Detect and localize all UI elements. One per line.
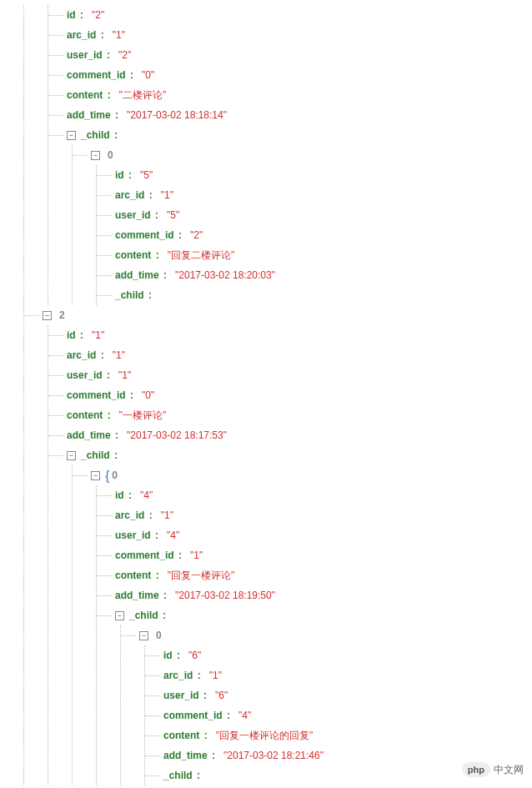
json-value: "1" <box>161 509 173 521</box>
tree-children: −0id :"5"arc_id :"1"user_id :"5"comment_… <box>72 145 532 305</box>
tree-children: id :"2"arc_id :"1"user_id :"2"comment_id… <box>48 5 532 305</box>
json-key: user_id <box>115 530 151 541</box>
json-value: "回复一楼评论的回复" <box>216 730 314 741</box>
json-key: _child <box>115 289 144 301</box>
json-key: add_time <box>67 109 111 121</box>
json-value: "1" <box>209 670 222 681</box>
json-key: comment_id <box>163 710 223 721</box>
json-key: _child <box>81 449 110 461</box>
json-key: user_id <box>67 369 103 381</box>
json-key: arc_id <box>163 670 193 681</box>
expand-toggle[interactable]: − <box>91 471 100 480</box>
json-value: "2017-03-02 18:17:53" <box>127 429 227 441</box>
json-key: _child <box>81 129 110 141</box>
json-key: content <box>163 730 199 741</box>
json-value: "2017-03-02 18:19:50" <box>175 590 275 601</box>
tree-children: id :"1"arc_id :"1"user_id :"1"comment_id… <box>48 325 532 785</box>
json-value: "1" <box>118 369 131 381</box>
json-value: "2017-03-02 18:18:14" <box>127 109 227 121</box>
expand-toggle[interactable]: − <box>139 631 148 640</box>
json-index: 0 <box>108 149 113 161</box>
json-value: "1" <box>113 349 125 361</box>
json-value: "回复二楼评论" <box>168 249 235 261</box>
json-value: "5" <box>140 169 153 181</box>
json-key: content <box>67 89 103 101</box>
json-key: arc_id <box>67 29 96 41</box>
json-key: content <box>115 249 151 261</box>
json-value: "回复一楼评论" <box>168 570 235 581</box>
json-key: comment_id <box>67 69 126 81</box>
json-value: "2017-03-02 18:21:46" <box>223 750 324 761</box>
json-key: _child <box>129 610 158 621</box>
expand-toggle[interactable]: − <box>43 311 52 320</box>
tree-children: id :"5"arc_id :"1"user_id :"5"comment_id… <box>96 165 532 305</box>
json-key: add_time <box>67 429 111 441</box>
json-index: 0 <box>112 469 118 481</box>
expand-toggle[interactable]: − <box>115 611 124 620</box>
watermark: php中文网 <box>462 763 524 777</box>
json-value: "6" <box>188 650 201 661</box>
json-tree-viewer: id :"2"arc_id :"1"user_id :"2"comment_id… <box>0 0 532 785</box>
json-index: 0 <box>156 630 162 641</box>
json-key: add_time <box>163 750 208 761</box>
json-key: comment_id <box>67 389 126 401</box>
json-key: user_id <box>115 209 151 221</box>
json-key: arc_id <box>67 349 96 361</box>
json-key: id <box>115 489 124 501</box>
watermark-text: 中文网 <box>494 764 524 775</box>
json-value: "2" <box>92 9 104 21</box>
json-value: "6" <box>215 690 228 701</box>
json-key: id <box>67 9 76 21</box>
json-key: arc_id <box>115 189 144 201</box>
tree-children: id :"4"arc_id :"1"user_id :"4"comment_id… <box>96 485 532 785</box>
json-key: comment_id <box>115 229 174 241</box>
bracket-open: { <box>105 469 109 484</box>
json-key: arc_id <box>115 509 144 521</box>
json-value: "5" <box>167 209 179 221</box>
json-key: content <box>115 570 151 581</box>
json-value: "1" <box>161 189 173 201</box>
json-key: id <box>67 329 76 341</box>
json-key: content <box>67 409 103 421</box>
json-key: _child <box>163 770 193 781</box>
json-value: "1" <box>92 329 104 341</box>
json-value: "一楼评论" <box>119 409 167 421</box>
tree-children: id :"2"arc_id :"1"user_id :"2"comment_id… <box>23 5 532 785</box>
json-index: 2 <box>59 309 65 321</box>
json-value: "4" <box>167 530 179 541</box>
expand-toggle[interactable]: − <box>67 131 76 140</box>
json-key: id <box>115 169 124 181</box>
json-key: user_id <box>67 49 103 61</box>
json-value: "1" <box>190 550 203 561</box>
json-key: add_time <box>115 269 159 281</box>
json-key: user_id <box>163 690 199 701</box>
expand-toggle[interactable]: − <box>91 151 100 160</box>
json-value: "2" <box>190 229 203 241</box>
json-key: comment_id <box>115 550 174 561</box>
json-value: "0" <box>142 389 154 401</box>
watermark-badge: php <box>462 762 490 777</box>
json-value: "2017-03-02 18:20:03" <box>175 269 275 281</box>
json-value: "1" <box>113 29 125 41</box>
json-value: "0" <box>142 69 154 81</box>
json-key: add_time <box>115 590 159 601</box>
json-value: "二楼评论" <box>119 89 167 101</box>
json-value: "4" <box>238 710 251 721</box>
json-value: "4" <box>140 489 153 501</box>
json-value: "2" <box>118 49 131 61</box>
expand-toggle[interactable]: − <box>67 451 76 460</box>
tree-children: −{0id :"4"arc_id :"1"user_id :"4"comment… <box>72 465 532 785</box>
json-key: id <box>163 650 173 661</box>
